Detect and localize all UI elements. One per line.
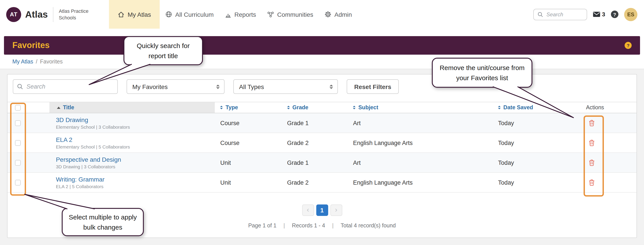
summary-separator: | [284,223,285,229]
row-subtitle: 3D Drawing | 3 Collaborators [56,164,115,169]
page-info: Page 1 of 1 [248,223,276,229]
row-type: Course [215,113,282,133]
row-type: Unit [215,173,282,192]
nav-communities[interactable]: Communities [262,0,319,29]
row-checkbox[interactable] [15,120,21,126]
select-caret-icon [216,84,220,89]
table-row: ELA 2 Elementary School | 5 Collaborator… [8,133,636,153]
search-icon [538,12,543,17]
chevron-right-icon: › [335,206,338,213]
gear-icon [325,11,331,18]
table-body: 3D Drawing Elementary School | 3 Collabo… [8,113,636,193]
row-title-link[interactable]: Writing: Grammar [56,176,104,183]
sort-icon [353,106,356,109]
atlas-logo[interactable]: AT [6,7,21,22]
callout-remove-tip: Remove the unit/course from your Favorit… [432,58,532,88]
row-title-link[interactable]: Perspective and Design [56,156,121,163]
communities-icon [268,11,274,17]
trash-icon[interactable] [589,120,595,126]
topbar: AT Atlas Atlas Practice Schools My Atlas… [0,0,644,29]
row-type: Unit [215,153,282,172]
global-search-input[interactable] [546,11,583,18]
nav-my-atlas[interactable]: My Atlas [109,0,160,29]
prev-page-button[interactable]: ‹ [302,205,314,216]
filters-bar: My Favorites All Types Reset Filters [8,79,636,94]
primary-nav: My Atlas All Curriculum Reports Communit… [109,0,358,29]
header-title[interactable]: Title [49,102,215,113]
messages-button[interactable]: 3 [593,11,605,18]
favorites-filter-select[interactable]: My Favorites [126,79,224,94]
breadcrumb: My Atlas / Favorites [0,55,644,69]
nav-label: My Atlas [128,11,151,18]
select-caret-icon [330,84,333,89]
row-type: Course [215,133,282,152]
nav-reports[interactable]: Reports [220,0,262,29]
org-name: Atlas Practice Schools [59,8,98,20]
row-checkbox[interactable] [15,140,21,146]
table-search-input[interactable] [26,83,113,90]
row-subject: Art [348,153,493,172]
breadcrumb-my-atlas[interactable]: My Atlas [12,59,33,65]
row-date-saved: Today [493,173,586,192]
next-page-button[interactable]: › [330,205,342,216]
question-icon: ? [627,43,630,48]
globe-icon [166,11,172,18]
row-subtitle: Elementary School | 5 Collaborators [56,144,130,149]
row-checkbox[interactable] [15,180,21,185]
table-header-row: Title Type Grade Subject [8,102,636,113]
sort-icon [498,106,501,109]
header-subject[interactable]: Subject [348,102,493,113]
reset-filters-button[interactable]: Reset Filters [347,79,399,94]
header-grade[interactable]: Grade [282,102,348,113]
select-value: All Types [239,83,264,90]
header-date-saved[interactable]: Date Saved [493,102,586,113]
row-grade: Grade 2 [282,173,348,192]
avatar[interactable]: ES [624,8,638,21]
page-1-button[interactable]: 1 [316,205,328,216]
nav-label: All Curriculum [175,11,214,18]
brand-name: Atlas [25,9,48,20]
page-title: Favorites [12,40,50,50]
row-subtitle: ELA 2 | 5 Collaborators [56,184,104,189]
trash-icon[interactable] [589,179,595,186]
row-date-saved: Today [493,113,586,133]
envelope-icon [593,11,600,17]
sort-icon [287,106,290,109]
row-title-link[interactable]: ELA 2 [56,136,72,143]
nav-label: Admin [334,11,352,18]
breadcrumb-separator: / [36,59,38,65]
row-title-link[interactable]: 3D Drawing [56,116,88,123]
row-checkbox[interactable] [15,160,21,166]
row-subject: Art [348,113,493,133]
nav-label: Communities [277,11,313,18]
row-subject: English Language Arts [348,133,493,152]
records-info: Records 1 - 4 [292,223,325,229]
type-filter-select[interactable]: All Types [233,79,338,94]
trash-icon[interactable] [589,159,595,166]
header-actions: Actions [586,102,636,113]
row-grade: Grade 2 [282,133,348,152]
brand: AT Atlas Atlas Practice Schools [6,7,98,22]
select-all-checkbox[interactable] [15,105,21,110]
row-grade: Grade 1 [282,153,348,172]
row-subtitle: Elementary School | 3 Collaborators [56,124,130,130]
nav-admin[interactable]: Admin [319,0,358,29]
select-value: My Favorites [132,83,168,90]
help-button[interactable]: ? [611,10,618,18]
table-search [13,79,118,94]
nav-all-curriculum[interactable]: All Curriculum [160,0,220,29]
callout-search-tip: Quickly search for report title [124,36,203,65]
question-icon: ? [613,12,616,17]
banner-help-icon[interactable]: ? [624,42,632,49]
header-type[interactable]: Type [215,102,282,113]
row-date-saved: Today [493,133,586,152]
bar-chart-icon [225,11,231,17]
home-icon [118,11,124,17]
row-grade: Grade 1 [282,113,348,133]
topbar-right: 3 ? ES [533,8,638,21]
summary-separator: | [332,223,334,229]
breadcrumb-current: Favorites [40,59,63,65]
nav-label: Reports [234,11,256,18]
logo-monogram: AT [10,11,18,18]
trash-icon[interactable] [589,139,595,146]
